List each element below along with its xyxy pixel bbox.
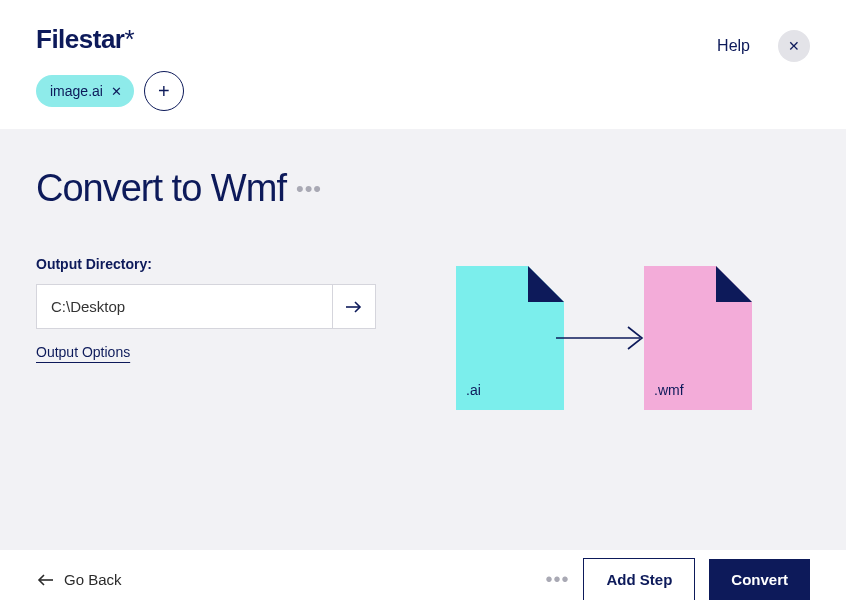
browse-button[interactable] <box>332 284 376 329</box>
logo-star: * <box>125 24 135 54</box>
conversion-diagram: .ai .wmf <box>456 256 752 410</box>
footer: Go Back ••• Add Step Convert <box>0 549 846 600</box>
add-file-button[interactable]: + <box>144 71 184 111</box>
arrow-left-icon <box>36 573 54 587</box>
source-ext-label: .ai <box>466 382 481 398</box>
content-row: Output Directory: Output Options .ai <box>36 256 810 410</box>
add-step-button[interactable]: Add Step <box>583 558 695 600</box>
title-row: Convert to Wmf ••• <box>36 167 810 210</box>
file-chips: image.ai ✕ + <box>36 71 184 111</box>
page-title: Convert to Wmf <box>36 167 286 210</box>
main-area: Convert to Wmf ••• Output Directory: Out… <box>0 129 846 549</box>
logo: Filestar* <box>36 24 184 55</box>
header-left: Filestar* image.ai ✕ + <box>36 24 184 111</box>
footer-more-icon[interactable]: ••• <box>545 568 569 591</box>
title-more-icon[interactable]: ••• <box>296 178 322 200</box>
file-chip[interactable]: image.ai ✕ <box>36 75 134 107</box>
target-file-icon: .wmf <box>644 266 752 410</box>
output-dir-input[interactable] <box>36 284 332 329</box>
convert-button[interactable]: Convert <box>709 559 810 600</box>
footer-right: ••• Add Step Convert <box>545 558 810 600</box>
go-back-label: Go Back <box>64 571 122 588</box>
source-file-icon: .ai <box>456 266 564 410</box>
output-dir-label: Output Directory: <box>36 256 376 272</box>
conversion-arrow <box>554 323 654 353</box>
file-chip-label: image.ai <box>50 83 103 99</box>
go-back-button[interactable]: Go Back <box>36 571 122 588</box>
close-icon: ✕ <box>788 38 800 54</box>
logo-name: Filestar <box>36 24 125 54</box>
header: Filestar* image.ai ✕ + Help ✕ <box>0 0 846 129</box>
arrow-right-icon <box>345 300 363 314</box>
help-link[interactable]: Help <box>717 37 750 55</box>
target-ext-label: .wmf <box>654 382 684 398</box>
output-options-link[interactable]: Output Options <box>36 344 130 360</box>
remove-file-icon[interactable]: ✕ <box>111 84 122 99</box>
close-button[interactable]: ✕ <box>778 30 810 62</box>
output-input-row <box>36 284 376 329</box>
output-section: Output Directory: Output Options <box>36 256 376 410</box>
arrow-right-icon <box>554 323 654 353</box>
header-right: Help ✕ <box>717 24 810 62</box>
